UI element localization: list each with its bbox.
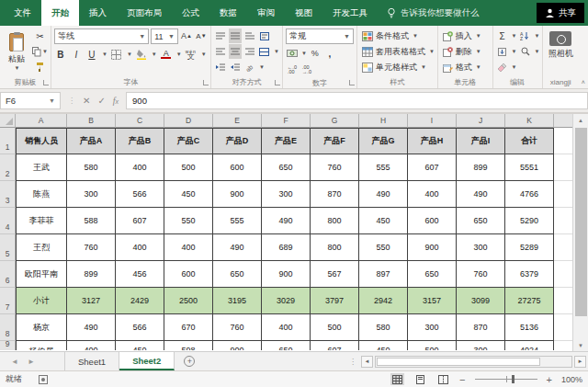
cell-H5[interactable]: 550 — [359, 234, 408, 261]
cell-B5[interactable]: 760 — [67, 234, 116, 261]
borders-button[interactable] — [110, 47, 123, 62]
insert-function-icon[interactable]: fx — [113, 96, 119, 106]
percent-style-button[interactable]: % — [309, 46, 322, 61]
cell-D5[interactable]: 400 — [164, 234, 213, 261]
cell-K8[interactable]: 5136 — [505, 314, 554, 341]
cell-C7[interactable]: 2429 — [116, 288, 164, 314]
cell-D7[interactable]: 2500 — [164, 288, 213, 314]
new-sheet-button[interactable]: + — [184, 352, 195, 370]
cell-J3[interactable]: 490 — [457, 181, 505, 208]
cell-K7[interactable]: 27275 — [505, 288, 554, 314]
underline-dropdown[interactable]: ▼ — [102, 51, 107, 57]
sort-filter-button[interactable]: AZ — [519, 28, 532, 43]
fill-color-dropdown[interactable]: ▼ — [152, 51, 157, 57]
cell-F4[interactable]: 490 — [262, 208, 311, 234]
page-layout-view-button[interactable] — [413, 373, 427, 385]
cell-J6[interactable]: 760 — [457, 261, 505, 288]
conditional-formatting-button[interactable]: 条件格式▼ — [362, 28, 435, 43]
column-header-A[interactable]: A — [16, 114, 67, 128]
cell-H8[interactable]: 580 — [359, 314, 408, 341]
cell-D8[interactable]: 670 — [164, 314, 213, 341]
cell-J5[interactable]: 300 — [457, 234, 505, 261]
font-dialog-launcher[interactable] — [203, 80, 209, 85]
ribbon-tab-文件[interactable]: 文件 — [4, 0, 41, 26]
cell-H2[interactable]: 555 — [359, 154, 408, 181]
cell-C6[interactable]: 456 — [116, 261, 164, 288]
font-color-dropdown[interactable]: ▼ — [176, 51, 182, 57]
zoom-slider[interactable] — [475, 379, 537, 380]
cell-J7[interactable]: 3099 — [457, 288, 505, 314]
cell-D2[interactable]: 500 — [164, 154, 213, 181]
cell-J8[interactable]: 870 — [457, 314, 505, 341]
cell-E3[interactable]: 900 — [213, 181, 262, 208]
zoom-out-button[interactable]: − — [459, 374, 465, 385]
prev-sheet-arrow[interactable]: ◄ — [11, 358, 18, 366]
cell-C5[interactable]: 400 — [116, 234, 164, 261]
cell-D6[interactable]: 600 — [164, 261, 213, 288]
delete-cells-button[interactable]: 删除▼ — [443, 44, 490, 59]
cell-A9[interactable]: 杨伯居 — [16, 341, 67, 350]
cell-E2[interactable]: 600 — [213, 154, 262, 181]
cell-F1[interactable]: 产品E — [262, 128, 311, 154]
row-header-1[interactable]: 1 — [0, 128, 16, 154]
formula-input[interactable]: 900 — [126, 92, 588, 109]
cell-I2[interactable]: 607 — [408, 154, 457, 181]
cell-B2[interactable]: 580 — [67, 154, 116, 181]
cell-G5[interactable]: 800 — [311, 234, 359, 261]
decrease-indent-button[interactable] — [214, 60, 227, 74]
cell-F6[interactable]: 900 — [262, 261, 311, 288]
cell-G7[interactable]: 3797 — [311, 288, 359, 314]
cell-C9[interactable]: 450 — [116, 341, 164, 350]
scroll-up-arrow[interactable]: ▲ — [573, 114, 588, 126]
ribbon-tab-开发工具[interactable]: 开发工具 — [322, 0, 378, 26]
align-right-button[interactable] — [243, 44, 256, 59]
clear-dropdown[interactable]: ▼ — [512, 64, 517, 70]
column-header-H[interactable]: H — [359, 114, 408, 128]
font-color-button[interactable]: A — [160, 47, 173, 62]
cell-J4[interactable]: 650 — [457, 208, 505, 234]
cell-G8[interactable]: 500 — [311, 314, 359, 341]
orientation-dropdown[interactable]: ▼ — [259, 64, 265, 70]
align-center-button[interactable] — [229, 44, 242, 59]
align-bottom-button[interactable] — [243, 28, 256, 43]
column-header-E[interactable]: E — [213, 114, 262, 128]
camera-icon[interactable] — [549, 31, 571, 46]
fill-dropdown[interactable]: ▼ — [512, 49, 517, 54]
cell-D3[interactable]: 450 — [164, 181, 213, 208]
row-header-3[interactable]: 3 — [0, 181, 16, 208]
enter-icon[interactable]: ✓ — [97, 96, 105, 106]
cell-E4[interactable]: 555 — [213, 208, 262, 234]
increase-indent-button[interactable] — [229, 60, 242, 74]
cell-K5[interactable]: 5289 — [505, 234, 554, 261]
cell-J9[interactable]: 300 — [457, 341, 505, 350]
ribbon-tab-公式[interactable]: 公式 — [172, 0, 209, 26]
column-header-C[interactable]: C — [116, 114, 164, 128]
tab-scroll-grip[interactable]: ⋮ — [349, 358, 356, 366]
cell-F3[interactable]: 300 — [262, 181, 311, 208]
paste-dropdown[interactable]: ▼ — [15, 65, 20, 71]
horizontal-scroll-thumb[interactable] — [377, 358, 540, 366]
cell-A8[interactable]: 杨京 — [16, 314, 67, 341]
cell-E6[interactable]: 650 — [213, 261, 262, 288]
sort-filter-dropdown[interactable]: ▼ — [535, 33, 540, 39]
align-top-button[interactable] — [214, 28, 227, 43]
cell-F5[interactable]: 689 — [262, 234, 311, 261]
name-box[interactable]: F6▼ — [0, 92, 61, 109]
clear-button[interactable] — [496, 60, 509, 74]
cell-A7[interactable]: 小计 — [16, 288, 67, 314]
autosum-button[interactable]: Σ — [496, 28, 509, 43]
sheet-tab-Sheet1[interactable]: Sheet1 — [64, 352, 119, 370]
cell-E7[interactable]: 3195 — [213, 288, 262, 314]
cell-H7[interactable]: 2942 — [359, 288, 408, 314]
cell-F9[interactable]: 650 — [262, 341, 311, 350]
vertical-scrollbar[interactable]: ▲ ▼ — [572, 114, 588, 351]
cell-K9[interactable]: 4024 — [505, 341, 554, 350]
copy-button[interactable]: ▼ — [32, 44, 48, 59]
cell-F7[interactable]: 3029 — [262, 288, 311, 314]
format-as-table-button[interactable]: 套用表格格式▼ — [362, 44, 435, 59]
cell-I4[interactable]: 600 — [408, 208, 457, 234]
underline-button[interactable]: U — [85, 47, 98, 62]
cell-H4[interactable]: 450 — [359, 208, 408, 234]
cell-G1[interactable]: 产品F — [311, 128, 359, 154]
paste-button[interactable]: 粘贴 ▼ — [3, 28, 30, 75]
